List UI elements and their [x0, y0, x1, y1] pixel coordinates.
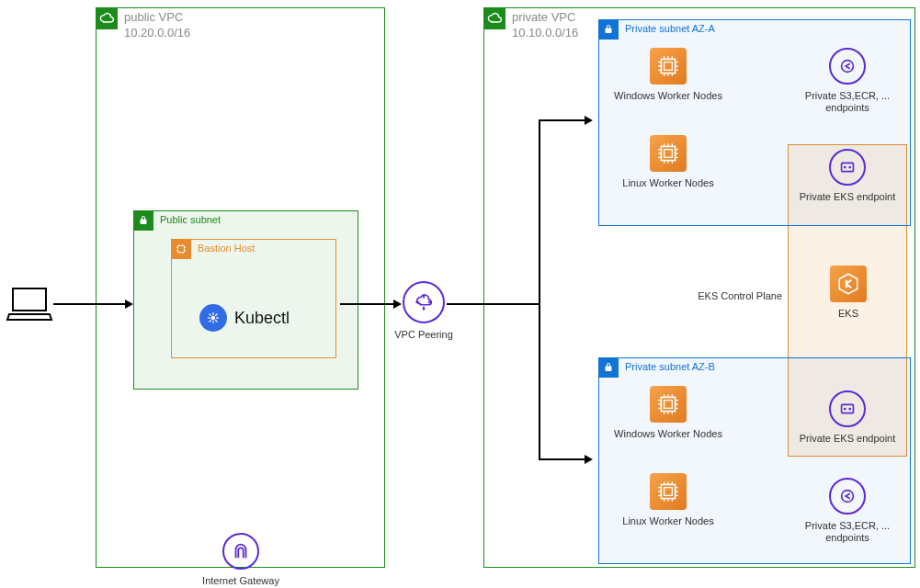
private-eks-endpoint-a: Private EKS endpoint: [783, 149, 912, 203]
svg-rect-13: [661, 146, 675, 160]
public-vpc: public VPC 10.20.0.0/16 Public subnet Ba…: [96, 7, 385, 568]
bastion-host-title: Bastion Host: [198, 243, 255, 254]
public-vpc-cidr: 10.20.0.0/16: [124, 26, 190, 40]
kubectl: Kubectl: [199, 304, 290, 332]
svg-point-2: [211, 316, 216, 321]
private-vpc-title: private VPC 10.10.0.0/16: [512, 10, 578, 41]
svg-point-17: [844, 166, 846, 169]
svg-rect-11: [661, 59, 675, 73]
svg-rect-12: [664, 62, 673, 71]
svg-line-9: [215, 314, 217, 316]
endpoint-icon: [829, 478, 866, 514]
svg-rect-23: [664, 488, 673, 496]
chip-icon: [171, 239, 191, 259]
windows-worker-nodes-b-label: Windows Worker Nodes: [614, 428, 722, 440]
svg-rect-14: [664, 150, 673, 158]
laptop-icon: [6, 285, 53, 322]
arrow-line: [539, 119, 585, 121]
compute-icon: [650, 135, 687, 172]
private-subnet-b-title: Private subnet AZ-B: [625, 361, 715, 372]
arrow-line: [53, 303, 125, 305]
private-subnet-a: Private subnet AZ-A Windows Worker Nodes…: [598, 19, 911, 226]
svg-point-24: [842, 491, 854, 503]
private-vpc-cidr: 10.10.0.0/16: [512, 26, 578, 40]
svg-line-7: [210, 314, 211, 316]
compute-icon: [650, 473, 687, 510]
private-subnet-b: Private subnet AZ-B Windows Worker Nodes…: [598, 357, 911, 564]
private-endpoints-a-label: Private S3,ECR, ... endpoints: [783, 90, 912, 114]
lock-icon: [598, 19, 619, 40]
svg-rect-25: [842, 404, 854, 413]
svg-marker-19: [839, 274, 858, 294]
lock-icon: [598, 357, 619, 378]
client-laptop: [6, 285, 53, 324]
vpc-peering-label: VPC Peering: [394, 329, 453, 341]
public-vpc-title: public VPC 10.20.0.0/16: [124, 10, 190, 41]
private-endpoints-b: Private S3,ECR, ... endpoints: [783, 478, 912, 544]
svg-line-10: [210, 320, 211, 322]
linux-worker-nodes-a: Linux Worker Nodes: [604, 135, 733, 189]
private-eks-endpoint-b: Private EKS endpoint: [783, 390, 912, 445]
arrow-head-icon: [125, 300, 133, 309]
svg-rect-20: [661, 397, 675, 411]
eks-label: EKS: [838, 308, 858, 320]
private-vpc-name: private VPC: [512, 10, 575, 24]
arrow-line: [539, 119, 540, 459]
cloud-icon: [96, 7, 118, 29]
kubernetes-icon: [199, 304, 227, 332]
svg-rect-21: [664, 401, 673, 409]
arrow-line: [539, 458, 585, 460]
windows-worker-nodes-a-label: Windows Worker Nodes: [614, 90, 722, 102]
svg-line-8: [215, 320, 217, 322]
eks-icon: [830, 266, 867, 302]
compute-icon: [650, 48, 687, 85]
private-endpoints-b-label: Private S3,ECR, ... endpoints: [783, 520, 912, 544]
svg-rect-1: [178, 246, 185, 253]
public-subnet: Public subnet Bastion Host Kubectl: [133, 210, 358, 390]
private-eks-endpoint-a-label: Private EKS endpoint: [800, 191, 896, 203]
svg-point-18: [848, 166, 851, 169]
private-endpoints-a: Private S3,ECR, ... endpoints: [783, 48, 912, 114]
eks: EKS: [784, 266, 913, 320]
windows-worker-nodes-a: Windows Worker Nodes: [604, 48, 733, 102]
windows-worker-nodes-b: Windows Worker Nodes: [604, 386, 733, 440]
arrow-head-icon: [393, 300, 402, 309]
svg-point-26: [844, 408, 846, 411]
arrow-head-icon: [585, 116, 593, 125]
internet-gateway: Internet Gateway: [176, 533, 305, 587]
compute-icon: [650, 386, 687, 423]
linux-worker-nodes-b: Linux Worker Nodes: [604, 473, 733, 527]
svg-point-15: [842, 61, 854, 73]
bastion-host: Bastion Host Kubectl: [171, 239, 336, 358]
svg-rect-16: [842, 163, 854, 171]
eks-endpoint-icon: [829, 149, 866, 186]
kubectl-label: Kubectl: [234, 309, 290, 328]
arrow-line: [447, 303, 539, 305]
private-eks-endpoint-b-label: Private EKS endpoint: [800, 433, 896, 445]
internet-gateway-label: Internet Gateway: [202, 575, 279, 587]
linux-worker-nodes-a-label: Linux Worker Nodes: [622, 177, 713, 189]
svg-point-27: [848, 408, 851, 411]
private-vpc: private VPC 10.10.0.0/16 EKS Control Pla…: [483, 7, 915, 568]
svg-rect-0: [13, 288, 46, 311]
lock-icon: [133, 210, 153, 231]
vpc-peering-icon: [403, 281, 445, 323]
public-vpc-name: public VPC: [124, 10, 183, 24]
public-subnet-title: Public subnet: [160, 214, 221, 225]
eks-endpoint-icon: [829, 390, 866, 427]
svg-rect-22: [661, 484, 675, 498]
linux-worker-nodes-b-label: Linux Worker Nodes: [622, 515, 713, 527]
endpoint-icon: [829, 48, 866, 85]
eks-control-plane-label: EKS Control Plane: [681, 290, 782, 301]
vpc-peering: VPC Peering: [364, 281, 483, 341]
arrow-line: [340, 303, 393, 305]
cloud-icon: [483, 7, 505, 29]
internet-gateway-icon: [222, 533, 259, 570]
arrow-head-icon: [585, 455, 593, 464]
private-subnet-a-title: Private subnet AZ-A: [625, 23, 715, 34]
